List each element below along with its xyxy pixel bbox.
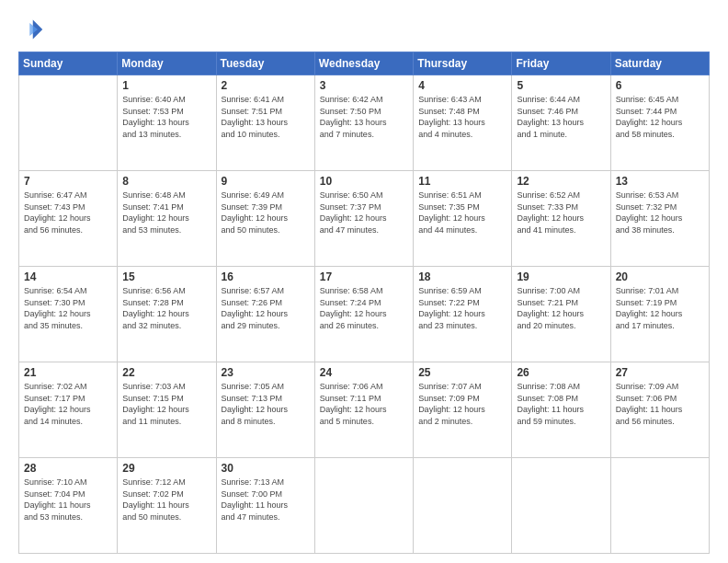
calendar-cell: 4Sunrise: 6:43 AM Sunset: 7:48 PM Daylig… [414,75,512,171]
day-number: 28 [24,462,112,475]
header [18,17,710,42]
calendar-cell: 10Sunrise: 6:50 AM Sunset: 7:37 PM Dayli… [314,171,413,267]
weekday-header: Monday [118,52,216,75]
day-info: Sunrise: 6:40 AM Sunset: 7:53 PM Dayligh… [122,94,210,140]
weekday-header: Friday [512,52,610,75]
calendar-cell: 11Sunrise: 6:51 AM Sunset: 7:35 PM Dayli… [414,171,512,267]
calendar-cell: 13Sunrise: 6:53 AM Sunset: 7:32 PM Dayli… [610,171,709,267]
day-number: 8 [122,175,210,188]
day-info: Sunrise: 7:02 AM Sunset: 7:17 PM Dayligh… [24,381,112,427]
day-info: Sunrise: 6:44 AM Sunset: 7:46 PM Dayligh… [517,94,605,140]
calendar-cell: 12Sunrise: 6:52 AM Sunset: 7:33 PM Dayli… [512,171,610,267]
day-number: 5 [517,79,605,92]
calendar-cell: 15Sunrise: 6:56 AM Sunset: 7:28 PM Dayli… [118,267,216,362]
day-info: Sunrise: 7:00 AM Sunset: 7:21 PM Dayligh… [517,285,605,331]
calendar-cell: 20Sunrise: 7:01 AM Sunset: 7:19 PM Dayli… [610,267,709,362]
calendar-week-row: 7Sunrise: 6:47 AM Sunset: 7:43 PM Daylig… [19,171,710,267]
day-info: Sunrise: 6:56 AM Sunset: 7:28 PM Dayligh… [122,285,210,331]
day-info: Sunrise: 7:07 AM Sunset: 7:09 PM Dayligh… [418,381,506,427]
day-info: Sunrise: 6:47 AM Sunset: 7:43 PM Dayligh… [24,190,112,236]
calendar-cell: 5Sunrise: 6:44 AM Sunset: 7:46 PM Daylig… [512,75,610,171]
calendar-cell: 27Sunrise: 7:09 AM Sunset: 7:06 PM Dayli… [610,362,709,458]
calendar-week-row: 14Sunrise: 6:54 AM Sunset: 7:30 PM Dayli… [19,267,710,362]
calendar-week-row: 28Sunrise: 7:10 AM Sunset: 7:04 PM Dayli… [19,458,710,554]
day-info: Sunrise: 6:50 AM Sunset: 7:37 PM Dayligh… [320,190,408,236]
day-info: Sunrise: 7:06 AM Sunset: 7:11 PM Dayligh… [320,381,408,427]
day-number: 29 [122,462,210,475]
calendar-cell [610,458,709,554]
calendar-cell: 18Sunrise: 6:59 AM Sunset: 7:22 PM Dayli… [414,267,512,362]
calendar-cell: 6Sunrise: 6:45 AM Sunset: 7:44 PM Daylig… [610,75,709,171]
calendar-cell: 8Sunrise: 6:48 AM Sunset: 7:41 PM Daylig… [118,171,216,267]
day-info: Sunrise: 6:52 AM Sunset: 7:33 PM Dayligh… [517,190,605,236]
day-number: 12 [517,175,605,188]
calendar-table: SundayMondayTuesdayWednesdayThursdayFrid… [18,52,710,554]
day-number: 30 [222,462,310,475]
day-info: Sunrise: 6:54 AM Sunset: 7:30 PM Dayligh… [24,285,112,331]
day-number: 21 [24,366,112,379]
day-number: 26 [517,366,605,379]
day-info: Sunrise: 6:57 AM Sunset: 7:26 PM Dayligh… [222,285,310,331]
day-number: 22 [122,366,210,379]
calendar-cell [414,458,512,554]
weekday-header: Saturday [610,52,709,75]
calendar-week-row: 1Sunrise: 6:40 AM Sunset: 7:53 PM Daylig… [19,75,710,171]
calendar-cell: 1Sunrise: 6:40 AM Sunset: 7:53 PM Daylig… [118,75,216,171]
calendar-cell: 30Sunrise: 7:13 AM Sunset: 7:00 PM Dayli… [216,458,314,554]
calendar-cell: 3Sunrise: 6:42 AM Sunset: 7:50 PM Daylig… [314,75,413,171]
day-number: 24 [320,366,408,379]
day-number: 4 [418,79,506,92]
day-number: 25 [418,366,506,379]
day-info: Sunrise: 7:09 AM Sunset: 7:06 PM Dayligh… [616,381,704,427]
calendar-header-row: SundayMondayTuesdayWednesdayThursdayFrid… [19,52,710,75]
calendar-cell: 21Sunrise: 7:02 AM Sunset: 7:17 PM Dayli… [19,362,118,458]
day-info: Sunrise: 7:10 AM Sunset: 7:04 PM Dayligh… [24,477,112,523]
day-number: 15 [122,270,210,283]
day-info: Sunrise: 6:43 AM Sunset: 7:48 PM Dayligh… [418,94,506,140]
day-number: 6 [616,79,704,92]
logo [18,17,48,42]
page: SundayMondayTuesdayWednesdayThursdayFrid… [0,0,728,563]
calendar-cell: 9Sunrise: 6:49 AM Sunset: 7:39 PM Daylig… [216,171,314,267]
calendar-cell [19,75,118,171]
day-info: Sunrise: 7:05 AM Sunset: 7:13 PM Dayligh… [222,381,310,427]
day-info: Sunrise: 6:42 AM Sunset: 7:50 PM Dayligh… [320,94,408,140]
calendar-cell: 16Sunrise: 6:57 AM Sunset: 7:26 PM Dayli… [216,267,314,362]
day-info: Sunrise: 6:51 AM Sunset: 7:35 PM Dayligh… [418,190,506,236]
day-info: Sunrise: 6:48 AM Sunset: 7:41 PM Dayligh… [122,190,210,236]
day-info: Sunrise: 6:49 AM Sunset: 7:39 PM Dayligh… [222,190,310,236]
weekday-header: Sunday [19,52,118,75]
calendar-cell [314,458,413,554]
calendar-cell: 29Sunrise: 7:12 AM Sunset: 7:02 PM Dayli… [118,458,216,554]
calendar-cell: 28Sunrise: 7:10 AM Sunset: 7:04 PM Dayli… [19,458,118,554]
day-info: Sunrise: 7:03 AM Sunset: 7:15 PM Dayligh… [122,381,210,427]
day-number: 14 [24,270,112,283]
day-info: Sunrise: 6:58 AM Sunset: 7:24 PM Dayligh… [320,285,408,331]
weekday-header: Wednesday [314,52,413,75]
calendar-cell: 25Sunrise: 7:07 AM Sunset: 7:09 PM Dayli… [414,362,512,458]
day-number: 18 [418,270,506,283]
day-number: 9 [222,175,310,188]
day-number: 17 [320,270,408,283]
calendar-cell: 2Sunrise: 6:41 AM Sunset: 7:51 PM Daylig… [216,75,314,171]
day-number: 20 [616,270,704,283]
calendar-cell [512,458,610,554]
calendar-cell: 14Sunrise: 6:54 AM Sunset: 7:30 PM Dayli… [19,267,118,362]
day-info: Sunrise: 7:01 AM Sunset: 7:19 PM Dayligh… [616,285,704,331]
day-info: Sunrise: 7:08 AM Sunset: 7:08 PM Dayligh… [517,381,605,427]
day-number: 27 [616,366,704,379]
day-number: 16 [222,270,310,283]
logo-icon [18,17,44,42]
day-info: Sunrise: 7:13 AM Sunset: 7:00 PM Dayligh… [222,477,310,523]
calendar-cell: 17Sunrise: 6:58 AM Sunset: 7:24 PM Dayli… [314,267,413,362]
calendar-cell: 19Sunrise: 7:00 AM Sunset: 7:21 PM Dayli… [512,267,610,362]
day-number: 19 [517,270,605,283]
day-info: Sunrise: 6:59 AM Sunset: 7:22 PM Dayligh… [418,285,506,331]
calendar-cell: 24Sunrise: 7:06 AM Sunset: 7:11 PM Dayli… [314,362,413,458]
day-info: Sunrise: 6:53 AM Sunset: 7:32 PM Dayligh… [616,190,704,236]
calendar-cell: 26Sunrise: 7:08 AM Sunset: 7:08 PM Dayli… [512,362,610,458]
day-number: 13 [616,175,704,188]
calendar-cell: 23Sunrise: 7:05 AM Sunset: 7:13 PM Dayli… [216,362,314,458]
day-number: 3 [320,79,408,92]
day-number: 10 [320,175,408,188]
